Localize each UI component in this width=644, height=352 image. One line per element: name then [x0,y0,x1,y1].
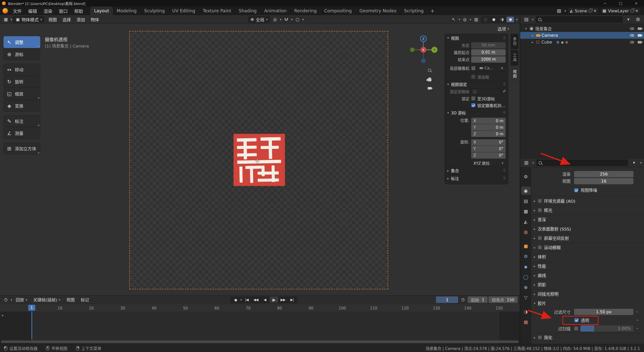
tool-button[interactable]: ⊞ 添加立方体 [4,143,40,154]
editor-type-icon[interactable] [522,16,530,23]
filter-funnel-icon[interactable] [625,16,632,23]
play-reverse-button[interactable]: ◀ [261,297,269,303]
properties-section-header[interactable]: 景深 [531,215,644,224]
section-checkbox[interactable] [538,208,542,212]
workspace-tab[interactable]: Geometry Nodes [355,7,400,15]
properties-tab[interactable]: ⚙ [521,252,531,260]
cursor-rotation-field[interactable]: Y 0° [471,146,506,152]
chevron-down-icon[interactable] [565,9,566,13]
chevron-down-icon[interactable] [240,298,242,301]
chevron-down-icon[interactable] [640,161,642,164]
properties-tab[interactable]: ◉ [521,187,531,195]
maximize-button[interactable]: □ [613,0,628,7]
cursor-location-field[interactable]: Y 0 m [471,124,506,130]
minimize-button[interactable]: ─ [597,0,613,7]
expand-icon[interactable] [524,27,528,30]
workspace-tab[interactable]: Animation [260,7,290,15]
animate-dot-icon[interactable] [633,319,641,322]
menu-item[interactable]: 编辑 [25,7,40,14]
properties-tab[interactable]: ⊗ [521,283,531,291]
hide-viewport-icon[interactable] [630,34,634,37]
sidebar-tab[interactable]: 条目 [511,34,518,49]
viewport-denoising-checkbox[interactable] [574,188,578,192]
viewport-menu-item[interactable]: 物体 [88,16,102,23]
mode-dropdown[interactable]: 物体模式 [13,16,45,23]
hide-render-icon[interactable] [638,34,641,37]
properties-section-header[interactable]: 环境光遮蔽 (AO) [531,196,644,205]
workspace-tab[interactable]: Compositing [320,7,356,15]
grip-icon[interactable] [503,111,506,114]
properties-tab[interactable]: ◭ [521,217,531,226]
workspace-tab[interactable]: Rendering [290,7,320,15]
editor-type-icon[interactable] [522,159,530,166]
shading-mode-button[interactable]: ● [490,17,498,22]
editor-type-icon[interactable] [2,296,10,303]
show-overlays-icon[interactable] [461,16,469,23]
filter-funnel-icon[interactable] [630,159,638,166]
simplify-section-header[interactable]: 简化 [531,333,644,342]
unlink-scene-icon[interactable] [593,9,596,13]
blender-logo-icon[interactable] [3,8,8,14]
playback-menu[interactable]: 回放 [13,296,30,303]
hide-viewport-icon[interactable] [630,41,634,43]
orientation-dropdown[interactable]: 全局 [248,16,270,23]
sidebar-tab[interactable]: 工具 [511,50,518,66]
grip-icon[interactable] [503,169,506,172]
hide-viewport-icon[interactable] [630,27,634,30]
camera-view-icon[interactable] [428,87,431,90]
properties-section-header[interactable]: 性能 [531,261,644,271]
editor-type-icon[interactable] [2,16,10,23]
new-scene-icon[interactable] [589,10,591,12]
frame-start-field[interactable]: 起始 1 [468,296,488,303]
render-region-checkbox[interactable] [471,75,475,79]
remove-view-layer-icon[interactable] [635,9,638,13]
simplify-checkbox[interactable] [538,335,542,339]
current-frame-field[interactable]: 1 [436,296,458,303]
viewport-samples-field[interactable]: 16 [574,178,633,184]
new-view-layer-icon[interactable] [631,10,633,12]
play-button[interactable]: ▶ [270,297,278,303]
tool-button[interactable]: ∠ 测量 [4,127,40,139]
properties-tab[interactable]: ◑ [521,307,531,316]
hide-render-icon[interactable] [638,27,641,30]
overscan-checkbox[interactable] [574,326,578,331]
chevron-down-icon[interactable] [302,18,304,21]
outliner-row-cube[interactable]: Cube ⚙◆⊕ [520,39,644,46]
cursor-rotation-field[interactable]: Z 0° [471,152,506,159]
viewport-menu-item[interactable]: 选择 [60,16,74,23]
filter-size-field[interactable]: 1.50 px [574,309,633,315]
channel-expander-icon[interactable] [2,314,4,317]
outliner-row-scene-collection[interactable]: 场景集合 [520,25,644,32]
local-camera-field[interactable]: Ca... [477,65,506,71]
pan-hand-icon[interactable] [428,77,431,81]
tool-button[interactable]: ◱ 缩放 [4,88,40,100]
tool-button[interactable]: ↔ 移动 [4,64,40,75]
properties-tab[interactable]: ▽ [521,293,531,302]
prev-keyframe-button[interactable]: ◀◀ [252,297,260,303]
properties-section-header[interactable]: 次表面散射 (SSS) [531,224,644,233]
workspace-tab[interactable]: Shading [235,7,260,15]
properties-tab[interactable]: ■ [521,242,531,250]
chevron-down-icon[interactable] [516,18,518,21]
scene-selector[interactable]: Scene [568,8,599,14]
properties-search-input[interactable] [536,160,628,166]
workspace-tab[interactable]: Modeling [113,7,141,15]
properties-tab[interactable]: ▤ [521,197,531,205]
cursor-rotation-field[interactable]: X 0° [471,139,506,146]
chevron-down-icon[interactable] [470,18,471,21]
section-checkbox[interactable] [538,245,542,249]
tool-button[interactable]: ⊕ 游标 [4,48,40,60]
proportional-edit-icon[interactable] [294,16,301,23]
cursor-location-field[interactable]: Z 0 m [471,131,506,137]
menu-item[interactable]: 渲染 [40,7,56,14]
new-collection-icon[interactable] [634,16,642,23]
marker-menu[interactable]: 标记 [78,296,92,303]
properties-section-header[interactable]: 间接光照明 [531,289,644,298]
animate-dot-icon[interactable] [633,327,641,330]
chevron-down-icon[interactable] [11,18,12,21]
properties-section-header[interactable]: 运动模糊 [531,243,644,252]
transparent-checkbox[interactable] [574,318,579,322]
playhead-line[interactable] [31,312,32,339]
view-section-header[interactable]: 视图 [445,34,508,42]
jump-to-end-button[interactable]: ▶| [288,297,296,303]
